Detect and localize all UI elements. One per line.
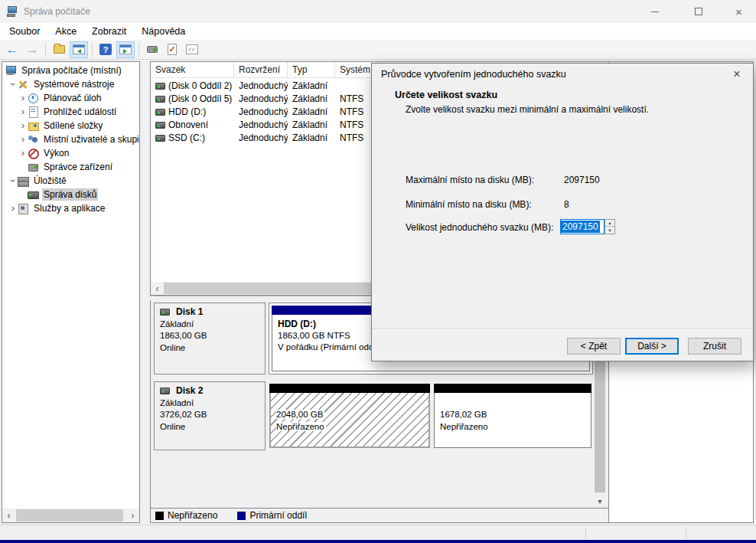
console-tree-panel: Správa počítače (místní) ›Systémové nást… bbox=[2, 61, 140, 523]
column-header-rozvrzeni[interactable]: Rozvržení bbox=[234, 62, 288, 78]
disk2-unallocated-2[interactable]: 1678,02 GB Nepřiřazeno bbox=[434, 384, 591, 448]
tree-item-task-scheduler[interactable]: ›Plánovač úloh bbox=[2, 91, 140, 105]
minimize-icon bbox=[651, 11, 659, 12]
cancel-button[interactable]: Zrušit bbox=[688, 338, 741, 355]
scrollbar-thumb[interactable] bbox=[16, 509, 123, 522]
disk1-size: 1863,00 GB bbox=[160, 330, 265, 342]
chevron-right-icon[interactable]: › bbox=[18, 135, 28, 144]
column-header-typ[interactable]: Typ bbox=[288, 62, 335, 78]
menu-soubor[interactable]: Soubor bbox=[2, 24, 47, 39]
disk1-name: Disk 1 bbox=[176, 306, 203, 319]
tree-item-services-applications[interactable]: ›Služby a aplikace bbox=[2, 201, 140, 215]
volume-icon bbox=[155, 109, 165, 116]
minimize-button[interactable] bbox=[637, 0, 672, 23]
scroll-right-button[interactable]: › bbox=[126, 509, 139, 522]
clock-icon bbox=[28, 93, 39, 103]
computer-management-window: Správa počítače × Soubor Akce Zobrazit N… bbox=[0, 0, 756, 543]
toolbar: ← → ? ✓ ✓✓ bbox=[0, 40, 756, 60]
menu-napoveda[interactable]: Nápověda bbox=[134, 24, 193, 39]
back-button[interactable]: < Zpět bbox=[567, 338, 621, 355]
up-one-level-button[interactable] bbox=[50, 41, 68, 58]
next-button[interactable]: Další > bbox=[625, 338, 679, 355]
volume-status: Nepřiřazeno bbox=[276, 422, 326, 431]
toolbar-separator bbox=[92, 42, 93, 57]
forward-arrow-icon: → bbox=[26, 43, 39, 56]
toggle-console-tree-button[interactable] bbox=[70, 41, 88, 58]
cell-typ: Základní bbox=[288, 106, 335, 119]
tree-item-system-tools[interactable]: ›Systémové nástroje bbox=[2, 77, 140, 91]
check-document-icon: ✓ bbox=[168, 44, 177, 55]
forward-button[interactable]: → bbox=[23, 41, 41, 58]
dialog-close-button[interactable]: × bbox=[728, 67, 745, 82]
tree-horizontal-scrollbar[interactable]: ‹ › bbox=[2, 509, 139, 522]
tree-item-disk-management[interactable]: ›Správa disků bbox=[2, 188, 140, 201]
disk1-info-box[interactable]: Disk 1 Základní 1863,00 GB Online bbox=[154, 303, 266, 375]
volume-size-input[interactable]: 2097150 bbox=[560, 219, 604, 234]
scroll-left-button[interactable]: ‹ bbox=[2, 509, 15, 522]
tree-item-performance[interactable]: ›Výkon bbox=[2, 146, 140, 160]
max-size-label: Maximální místo na disku (MB): bbox=[406, 175, 534, 185]
toolbar-separator bbox=[45, 42, 46, 57]
chevron-right-icon[interactable]: › bbox=[18, 93, 28, 103]
chevron-down-icon[interactable]: › bbox=[8, 80, 18, 89]
tree-item-shared-folders[interactable]: ›Sdílené složky bbox=[2, 119, 140, 132]
help-button[interactable]: ? bbox=[96, 41, 115, 58]
users-icon bbox=[28, 134, 39, 145]
cell-typ: Základní bbox=[288, 119, 335, 132]
chevron-down-icon[interactable]: › bbox=[8, 176, 18, 185]
cell-rozvrzeni: Jednoduchý bbox=[234, 119, 288, 132]
tree-item-computer-management[interactable]: Správa počítače (místní) bbox=[2, 64, 140, 77]
min-size-label: Minimální místo na disku (MB): bbox=[406, 199, 532, 210]
cell-rozvrzeni: Jednoduchý bbox=[234, 132, 288, 145]
volume-size: 1863,00 GB NTFS bbox=[278, 330, 381, 342]
device-manager-button[interactable] bbox=[143, 41, 161, 58]
close-icon: × bbox=[733, 67, 740, 81]
back-button[interactable]: ← bbox=[3, 41, 21, 58]
legend-bar: Nepřiřazeno Primární oddíl bbox=[150, 508, 612, 523]
scroll-down-button[interactable]: ▾ bbox=[594, 495, 606, 508]
volume-size-stepper: ▲ ▼ bbox=[604, 219, 615, 234]
max-size-value: 2097150 bbox=[564, 175, 600, 185]
spin-down-button[interactable]: ▼ bbox=[605, 227, 614, 234]
column-header-svazek[interactable]: Svazek bbox=[151, 62, 234, 78]
cell-typ: Základní bbox=[288, 132, 335, 145]
check-disk-button[interactable]: ✓ bbox=[163, 41, 181, 58]
menu-zobrazit[interactable]: Zobrazit bbox=[84, 24, 134, 39]
chevron-right-icon[interactable]: › bbox=[18, 149, 28, 158]
disk2-size: 3726,02 GB bbox=[160, 409, 265, 421]
primary-partition-swatch bbox=[237, 512, 246, 520]
cell-svazek: SSD (C:) bbox=[168, 132, 205, 143]
toggle-action-pane-button[interactable] bbox=[116, 41, 135, 58]
disk2-info-box[interactable]: Disk 2 Základní 3726,02 GB Online bbox=[154, 381, 266, 450]
spin-up-button[interactable]: ▲ bbox=[605, 220, 614, 227]
dialog-heading: Určete velikost svazku bbox=[395, 90, 497, 100]
disk2-unallocated-selected[interactable]: 2048,00 GB Nepřiřazeno bbox=[269, 384, 430, 448]
event-log-icon bbox=[28, 106, 39, 117]
chevron-right-icon[interactable]: › bbox=[8, 204, 18, 213]
legend-primary-partition: Primární oddíl bbox=[237, 510, 307, 521]
properties-list-button[interactable]: ✓✓ bbox=[183, 41, 201, 58]
tree-item-local-users-groups[interactable]: ›Místní uživatelé a skupiny bbox=[2, 132, 140, 146]
scroll-left-button[interactable]: ‹ bbox=[151, 282, 164, 295]
close-button[interactable]: × bbox=[722, 0, 756, 23]
tree-item-event-viewer[interactable]: ›Prohlížeč událostí bbox=[2, 105, 140, 119]
storage-icon bbox=[18, 175, 29, 186]
menu-akce[interactable]: Akce bbox=[47, 24, 84, 39]
device-manager-icon bbox=[28, 162, 39, 172]
maximize-button[interactable] bbox=[681, 0, 715, 23]
chevron-right-icon[interactable]: › bbox=[18, 121, 28, 130]
disk-icon bbox=[28, 189, 39, 200]
tree-item-storage[interactable]: ›Úložiště bbox=[2, 174, 140, 188]
status-bar bbox=[0, 525, 756, 540]
cell-typ: Základní bbox=[288, 93, 335, 106]
disk2-strip: 2048,00 GB Nepřiřazeno 1678,02 GB Nepřiř… bbox=[269, 381, 593, 450]
volume-size: 1678,02 GB bbox=[440, 410, 487, 419]
disk-icon bbox=[160, 309, 170, 316]
folder-up-icon bbox=[54, 45, 65, 54]
chevron-right-icon[interactable]: › bbox=[18, 107, 28, 116]
performance-icon bbox=[28, 148, 39, 159]
tree-item-device-manager[interactable]: ›Správce zařízení bbox=[2, 160, 140, 174]
shared-folder-icon bbox=[28, 120, 39, 131]
unallocated-swatch bbox=[155, 512, 164, 520]
title-bar: Správa počítače × bbox=[0, 0, 756, 23]
